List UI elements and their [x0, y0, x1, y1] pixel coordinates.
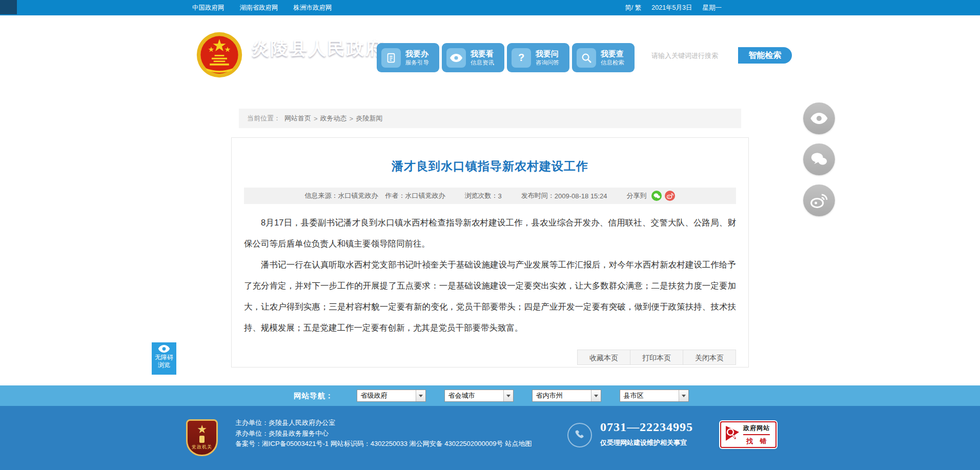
link-zhuzhou-gov[interactable]: 株洲市政府网 [294, 4, 332, 12]
breadcrumb-news[interactable]: 炎陵新闻 [356, 114, 382, 123]
service-button-cha[interactable]: 我要查 信息检索 [572, 43, 635, 72]
gov-site-error-report-badge[interactable]: 政府网站 找 错 [720, 421, 777, 448]
article-body: 8月17日，县委副书记潘才良到水口镇水西村检查指导新农村建设工作，县农业综合开发… [244, 212, 736, 338]
article-container: 潘才良到水口镇指导新农村建设工作 信息来源： 水口镇党政办 作者： 水口镇党政办… [231, 137, 749, 367]
phone-number: 0731—22234995 [600, 420, 693, 434]
pillar-icon [199, 436, 205, 443]
service-button-sublabel: 服务引导 [405, 60, 429, 66]
footer-icp: 备案号：湘ICP备05003421号-1 网站标识码：4302250033 湘公… [235, 440, 503, 447]
service-buttons: 我要办 服务引导 我要看 信息资讯 ? 我要问 咨询问答 [377, 43, 635, 72]
article-title: 潘才良到水口镇指导新农村建设工作 [244, 158, 736, 174]
service-button-sublabel: 信息检索 [601, 60, 624, 66]
corner-decoration [0, 0, 17, 14]
footer-undertaker: 承办单位：炎陵县政务服务中心 [235, 428, 532, 439]
error-badge-title: 政府网站 [743, 424, 770, 433]
error-badge-action: 找 错 [746, 437, 769, 446]
meta-publish-time: 2009-08-18 15:24 [555, 192, 607, 200]
service-button-label: 我要看 [471, 50, 494, 57]
search-input[interactable] [643, 47, 738, 64]
wechat-widget-button[interactable] [803, 144, 835, 175]
site-footer: ★ 党政机关 主办单位：炎陵县人民政府办公室 承办单位：炎陵县政务服务中心 备案… [0, 406, 980, 470]
search-icon [577, 48, 596, 68]
service-button-label: 我要问 [536, 50, 559, 57]
close-page-button[interactable]: 关闭本页 [683, 350, 736, 365]
footer-info: 主办单位：炎陵县人民政府办公室 承办单位：炎陵县政务服务中心 备案号：湘ICP备… [235, 418, 532, 449]
link-china-gov[interactable]: 中国政府网 [192, 4, 224, 12]
wechat-icon [811, 152, 827, 167]
view-widget-button[interactable] [803, 103, 835, 134]
meta-views: 3 [498, 192, 502, 200]
service-button-kan[interactable]: 我要看 信息资讯 [442, 43, 504, 72]
breadcrumb-home[interactable]: 网站首页 [284, 114, 311, 123]
accessibility-browse-button[interactable]: 无障碍 浏览 [152, 342, 176, 375]
national-emblem-icon [195, 31, 243, 79]
service-button-label: 我要查 [601, 50, 624, 57]
dropdown-selected: 县市区 [624, 391, 644, 400]
dropdown-province-gov[interactable]: 省级政府 [357, 390, 426, 402]
service-button-sublabel: 信息资讯 [471, 60, 494, 66]
question-icon: ? [512, 48, 531, 68]
current-date: 2021年5月3日 [651, 4, 692, 12]
gov-links: 中国政府网 湖南省政府网 株洲市政府网 [192, 4, 332, 12]
party-gov-badge[interactable]: ★ 党政机关 [186, 419, 218, 456]
wechat-share-icon[interactable] [651, 191, 662, 201]
chevron-down-icon [679, 390, 688, 401]
chevron-down-icon [416, 390, 425, 401]
weibo-widget-button[interactable] [803, 185, 835, 216]
site-logo[interactable]: 炎陵县人民政府 WWW.HNYANLING.GOV.CN [195, 31, 384, 79]
meta-views-label: 浏览次数： [465, 191, 498, 200]
site-nav-label: 网站导航： [294, 391, 334, 401]
dropdown-county[interactable]: 县市区 [620, 390, 689, 402]
phone-note: 仅受理网站建设维护相关事宜 [600, 438, 693, 447]
service-button-banshi[interactable]: 我要办 服务引导 [377, 43, 439, 72]
service-button-wen[interactable]: ? 我要问 咨询问答 [507, 43, 569, 72]
dropdown-prefecture[interactable]: 省内市州 [532, 390, 601, 402]
weibo-icon [810, 193, 828, 208]
chevron-down-icon [591, 390, 601, 401]
meta-author: 水口镇党政办 [405, 191, 445, 200]
article-actions: 收藏本页 打印本页 关闭本页 [244, 350, 736, 365]
eye-icon [158, 345, 170, 353]
meta-author-label: 作者： [385, 191, 405, 200]
star-icon: ★ [197, 424, 207, 435]
breadcrumb-separator: > [314, 115, 318, 122]
dropdown-selected: 省内市州 [536, 391, 563, 400]
dropdown-selected: 省级政府 [361, 391, 387, 400]
service-button-sublabel: 咨询问答 [536, 60, 559, 66]
smart-search-button[interactable]: 智能检索 [738, 47, 792, 64]
main-area: 当前位置： 网站首页 > 政务动态 > 炎陵新闻 潘才良到水口镇指导新农村建设工… [0, 95, 980, 385]
link-hunan-gov[interactable]: 湖南省政府网 [240, 4, 278, 12]
article-paragraph: 8月17日，县委副书记潘才良到水口镇水西村检查指导新农村建设工作，县农业综合开发… [244, 212, 736, 254]
dropdown-capital-city[interactable]: 省会城市 [444, 390, 514, 402]
meta-source: 水口镇党政办 [338, 191, 378, 200]
party-gov-badge-label: 党政机关 [192, 444, 212, 451]
footer-organizer: 主办单位：炎陵县人民政府办公室 [235, 418, 532, 428]
dropdown-selected: 省会城市 [448, 391, 475, 400]
current-weekday: 星期一 [703, 4, 722, 12]
weibo-share-icon[interactable] [665, 191, 675, 201]
breadcrumb: 当前位置： 网站首页 > 政务动态 > 炎陵新闻 [239, 109, 741, 128]
sitemap-link[interactable]: 站点地图 [505, 440, 532, 447]
article-paragraph: 潘书记一行在认真听取水西村党支部书记叶祯奎关于基础设施建设与产业发展等工作汇报后… [244, 254, 736, 338]
divider [743, 434, 770, 435]
accessibility-label-line2: 浏览 [152, 361, 176, 369]
article-meta-bar: 信息来源： 水口镇党政办 作者： 水口镇党政办 浏览次数： 3 发布时间： 20… [244, 188, 736, 204]
chevron-down-icon [503, 390, 513, 401]
meta-publish-label: 发布时间： [521, 191, 555, 200]
breadcrumb-zhengwu[interactable]: 政务动态 [320, 114, 347, 123]
accessibility-label-line1: 无障碍 [152, 354, 176, 361]
bookmark-page-button[interactable]: 收藏本页 [577, 350, 630, 365]
site-header: 炎陵县人民政府 WWW.HNYANLING.GOV.CN 我要办 服务引导 [0, 15, 980, 95]
breadcrumb-separator: > [350, 115, 354, 122]
eye-icon [446, 48, 466, 68]
share-label: 分享到 [626, 191, 646, 200]
site-name: 炎陵县人民政府 [252, 37, 384, 60]
lang-toggle[interactable]: 简/ 繁 [625, 4, 641, 12]
top-bar: 中国政府网 湖南省政府网 株洲市政府网 简/ 繁 2021年5月3日 星期一 [0, 0, 980, 15]
breadcrumb-label: 当前位置： [247, 114, 280, 123]
site-search: 智能检索 [643, 47, 792, 64]
flag-magnifier-icon [725, 425, 740, 444]
site-url: WWW.HNYANLING.GOV.CN [252, 64, 384, 73]
site-nav-strip: 网站导航： 省级政府 省会城市 省内市州 县市区 [0, 385, 980, 406]
print-page-button[interactable]: 打印本页 [630, 350, 683, 365]
